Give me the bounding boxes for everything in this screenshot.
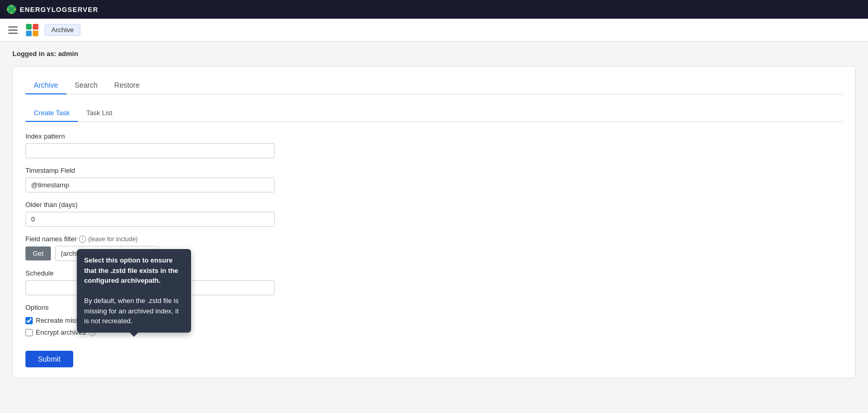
- field-names-info-icon[interactable]: i: [79, 236, 86, 243]
- svg-rect-4: [11, 12, 12, 14]
- older-than-field-group: Older than (days): [25, 201, 275, 227]
- svg-rect-11: [33, 31, 38, 36]
- svg-rect-3: [11, 5, 12, 7]
- svg-rect-5: [7, 9, 9, 10]
- logo-container: ENERGYLOGSERVER: [6, 4, 98, 15]
- app-icon: [25, 23, 39, 37]
- svg-rect-10: [26, 31, 32, 36]
- logo-text: ENERGYLOGSERVER: [20, 6, 98, 13]
- submit-button[interactable]: Submit: [25, 351, 73, 367]
- tab-search[interactable]: Search: [66, 77, 106, 94]
- index-pattern-input[interactable]: [25, 143, 275, 158]
- index-pattern-label: Index pattern: [25, 132, 275, 140]
- sub-tabs: Create Task Task List: [25, 105, 843, 122]
- tab-archive[interactable]: Archive: [25, 77, 66, 94]
- tab-create-task[interactable]: Create Task: [25, 105, 78, 122]
- index-pattern-field-group: Index pattern: [25, 132, 275, 158]
- hamburger-line-2: [8, 30, 18, 31]
- encrypt-archives-checkbox[interactable]: [25, 329, 33, 336]
- top-tabs: Archive Search Restore: [25, 77, 843, 94]
- svg-rect-6: [14, 9, 16, 10]
- hamburger-line-3: [8, 33, 18, 34]
- svg-rect-9: [33, 24, 38, 30]
- svg-point-2: [10, 8, 12, 10]
- logo-icon: [6, 4, 17, 15]
- top-nav-bar: ENERGYLOGSERVER: [0, 0, 868, 19]
- tooltip-body-text: By default, when the .zstd file is missi…: [84, 297, 179, 325]
- timestamp-field-group: Timestamp Field: [25, 167, 275, 192]
- older-than-label: Older than (days): [25, 201, 275, 209]
- recreate-missing-files-checkbox[interactable]: [25, 317, 33, 324]
- get-fields-button[interactable]: Get: [25, 246, 51, 260]
- field-names-filter-label: Field names filter i (leave for include): [25, 235, 275, 243]
- tab-task-list[interactable]: Task List: [78, 105, 121, 122]
- tooltip-bold-text: Select this option to ensure that the .z…: [84, 256, 178, 284]
- logged-in-label: Logged in as: admin: [12, 50, 856, 58]
- tooltip-overlay: Select this option to ensure that the .z…: [77, 249, 191, 333]
- svg-rect-8: [26, 24, 32, 30]
- secondary-nav: Archive: [0, 19, 868, 42]
- hamburger-line-1: [8, 26, 18, 27]
- older-than-input[interactable]: [25, 212, 275, 227]
- timestamp-field-label: Timestamp Field: [25, 167, 275, 174]
- tab-restore[interactable]: Restore: [106, 77, 148, 94]
- timestamp-field-input[interactable]: [25, 177, 275, 192]
- hamburger-menu-button[interactable]: [6, 24, 20, 36]
- field-names-hint: (leave for include): [88, 236, 138, 243]
- archive-badge[interactable]: Archive: [45, 24, 80, 36]
